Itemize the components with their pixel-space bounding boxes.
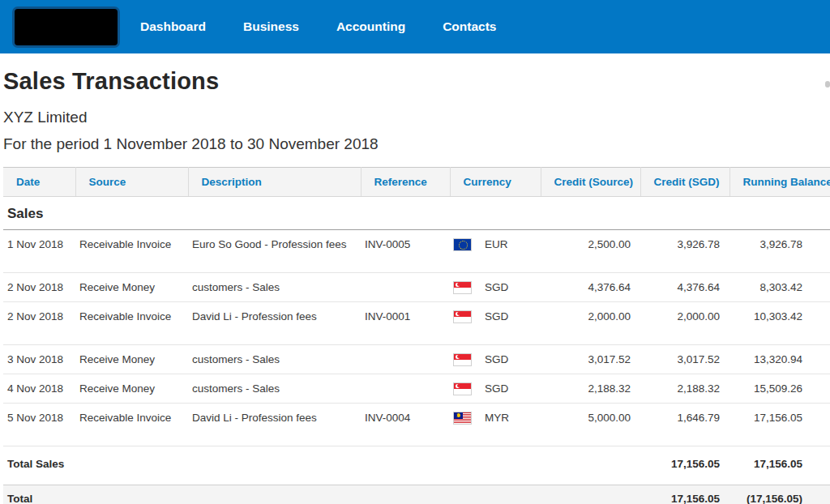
- cell-credit-sgd: 3,926.78: [640, 230, 729, 273]
- transactions-table: Date Source Description Reference Curren…: [3, 167, 830, 504]
- col-header-description: Description: [188, 168, 361, 197]
- cell-source: Receive Money: [75, 273, 188, 302]
- nav-menu: Dashboard Business Accounting Contacts: [140, 10, 533, 44]
- cell-reference: [361, 273, 450, 302]
- currency-code: SGD: [485, 281, 508, 293]
- cell-currency: SGD: [450, 302, 541, 345]
- cell-running-balance: 8,303.42: [729, 273, 830, 302]
- cell-source: Receivable Invoice: [75, 302, 188, 345]
- col-header-currency: Currency: [450, 168, 541, 197]
- currency-code: SGD: [485, 382, 508, 395]
- currency-code: EUR: [485, 238, 508, 250]
- table-row: 5 Nov 2018 Receivable Invoice David Li -…: [3, 404, 830, 446]
- cell-date: 2 Nov 2018: [3, 273, 75, 302]
- eu-flag-icon: [454, 239, 471, 250]
- cell-currency: SGD: [450, 374, 541, 404]
- nav-item-business[interactable]: Business: [243, 10, 299, 44]
- sg-flag-icon: [454, 311, 471, 322]
- grand-total-label: Total: [3, 485, 75, 504]
- nav-item-dashboard[interactable]: Dashboard: [140, 10, 206, 44]
- report-period: For the period 1 November 2018 to 30 Nov…: [3, 135, 830, 153]
- company-name: XYZ Limited: [3, 109, 830, 126]
- transactions-table-wrapper: Date Source Description Reference Curren…: [3, 167, 830, 504]
- cell-description: David Li - Profession fees: [188, 404, 361, 446]
- cell-date: 5 Nov 2018: [3, 404, 75, 446]
- cell-credit-source: 4,376.64: [541, 273, 640, 302]
- sg-flag-icon: [454, 354, 471, 365]
- cell-credit-sgd: 2,188.32: [640, 374, 729, 404]
- cell-currency: MYR: [450, 404, 541, 446]
- col-header-credit-sgd: Credit (SGD): [640, 168, 729, 197]
- col-header-source: Source: [75, 168, 188, 197]
- col-header-reference: Reference: [361, 168, 450, 197]
- cell-description: customers - Sales: [188, 345, 361, 374]
- currency-code: SGD: [485, 310, 508, 322]
- cell-credit-source: 2,000.00: [541, 302, 640, 345]
- page-title: Sales Transactions: [3, 68, 830, 95]
- col-header-credit-source: Credit (Source): [541, 168, 640, 197]
- my-flag-icon: [454, 412, 471, 424]
- grand-total-running-balance: (17,156.05): [729, 485, 830, 504]
- cell-currency: SGD: [450, 345, 541, 374]
- table-row: 4 Nov 2018 Receive Money customers - Sal…: [3, 374, 830, 404]
- cell-running-balance: 17,156.05: [729, 404, 830, 446]
- grand-total-credit-sgd: 17,156.05: [640, 485, 729, 504]
- col-header-date: Date: [3, 168, 75, 197]
- cell-date: 3 Nov 2018: [3, 345, 75, 374]
- cell-reference: INV-0005: [361, 230, 450, 273]
- report-header: Sales Transactions XYZ Limited For the p…: [0, 53, 830, 153]
- section-label: Sales: [3, 197, 830, 230]
- total-sales-credit-sgd: 17,156.05: [640, 446, 729, 485]
- cell-reference: [361, 345, 450, 374]
- sg-flag-icon: [454, 383, 471, 395]
- cell-source: Receive Money: [75, 374, 188, 404]
- cell-credit-source: 2,188.32: [541, 374, 640, 404]
- cell-reference: [361, 374, 450, 404]
- cell-description: David Li - Profession fees: [188, 302, 361, 345]
- total-sales-label: Total Sales: [3, 446, 75, 485]
- cell-date: 4 Nov 2018: [3, 374, 75, 404]
- nav-item-contacts[interactable]: Contacts: [443, 10, 496, 44]
- top-navbar: Dashboard Business Accounting Contacts: [0, 0, 830, 53]
- currency-code: SGD: [485, 353, 508, 365]
- cell-reference: INV-0001: [361, 302, 450, 345]
- cell-source: Receive Money: [75, 345, 188, 374]
- cell-running-balance: 15,509.26: [729, 374, 830, 404]
- section-header-sales: Sales: [3, 197, 830, 230]
- cell-source: Receivable Invoice: [75, 230, 188, 273]
- cell-credit-sgd: 3,017.52: [640, 345, 729, 374]
- cell-reference: INV-0004: [361, 404, 450, 446]
- sg-flag-icon: [454, 282, 471, 293]
- cell-credit-source: 5,000.00: [541, 404, 640, 446]
- cell-running-balance: 10,303.42: [729, 302, 830, 345]
- cell-currency: SGD: [450, 273, 541, 302]
- currency-code: MYR: [485, 412, 509, 424]
- table-row: 2 Nov 2018 Receive Money customers - Sal…: [3, 273, 830, 302]
- table-row: 1 Nov 2018 Receivable Invoice Euro So Go…: [3, 230, 830, 273]
- cell-description: Euro So Good - Profession fees: [188, 230, 361, 273]
- total-sales-row: Total Sales 17,156.05 17,156.05: [3, 446, 830, 485]
- cell-description: customers - Sales: [188, 273, 361, 302]
- cell-description: customers - Sales: [188, 374, 361, 404]
- grand-total-row: Total 17,156.05 (17,156.05): [3, 485, 830, 504]
- cell-date: 1 Nov 2018: [3, 230, 75, 273]
- cell-running-balance: 13,320.94: [729, 345, 830, 374]
- scrollbar-thumb[interactable]: [825, 81, 830, 88]
- total-sales-running-balance: 17,156.05: [729, 446, 830, 485]
- table-header-row: Date Source Description Reference Curren…: [3, 168, 830, 197]
- cell-credit-sgd: 2,000.00: [640, 302, 729, 345]
- cell-date: 2 Nov 2018: [3, 302, 75, 345]
- cell-credit-sgd: 1,646.79: [640, 404, 729, 446]
- table-row: 3 Nov 2018 Receive Money customers - Sal…: [3, 345, 830, 374]
- cell-source: Receivable Invoice: [75, 404, 188, 446]
- nav-item-accounting[interactable]: Accounting: [336, 10, 405, 44]
- cell-credit-source: 3,017.52: [541, 345, 640, 374]
- col-header-running-balance: Running Balance: [729, 168, 830, 197]
- app-logo[interactable]: [15, 9, 118, 45]
- cell-credit-sgd: 4,376.64: [640, 273, 729, 302]
- cell-credit-source: 2,500.00: [541, 230, 640, 273]
- cell-running-balance: 3,926.78: [729, 230, 830, 273]
- table-row: 2 Nov 2018 Receivable Invoice David Li -…: [3, 302, 830, 345]
- cell-currency: EUR: [450, 230, 541, 273]
